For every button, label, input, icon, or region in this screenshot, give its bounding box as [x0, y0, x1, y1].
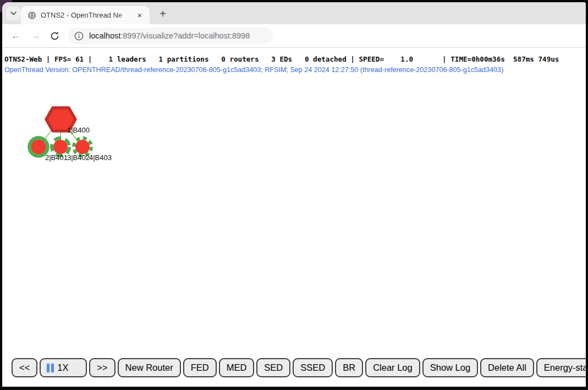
network-canvas[interactable]: 1|B400 2|B401 3|B402 4|B403 [2, 48, 222, 213]
button-label: Show Log [430, 362, 470, 373]
speed-increase-button[interactable]: >> [89, 358, 115, 377]
pause-speed-button[interactable]: 1X [40, 358, 87, 377]
site-info-icon[interactable] [73, 30, 85, 42]
chevron-down-icon [10, 12, 17, 15]
button-label: SSED [300, 362, 325, 373]
tab-search-dropdown-button[interactable] [6, 7, 21, 20]
button-label: Clear Log [373, 362, 413, 373]
url-field[interactable]: localhost:8997/visualize?addr=localhost:… [68, 28, 273, 44]
button-label: New Router [125, 362, 173, 373]
button-label: MED [227, 362, 247, 373]
browser-window: OTNS2 - OpenThread Ne × + ← → localhost:… [2, 2, 586, 387]
new-router-button[interactable]: New Router [118, 358, 181, 377]
add-fed-button[interactable]: FED [183, 358, 217, 377]
add-med-button[interactable]: MED [219, 358, 255, 377]
speed-decrease-button[interactable]: << [12, 358, 37, 377]
url-host: localhost [89, 31, 120, 40]
address-bar: ← → localhost:8997/visualize?addr=localh… [2, 24, 586, 48]
button-label: BR [343, 362, 355, 373]
button-label: >> [97, 362, 107, 373]
tab-title: OTNS2 - OpenThread Ne [41, 11, 134, 19]
button-label: SED [264, 362, 283, 373]
clear-log-button[interactable]: Clear Log [365, 358, 420, 377]
add-sed-button[interactable]: SED [256, 358, 290, 377]
reload-button[interactable] [46, 28, 63, 44]
add-br-button[interactable]: BR [335, 358, 363, 377]
button-label: << [19, 362, 30, 373]
add-ssed-button[interactable]: SSED [293, 358, 333, 377]
simulation-toolbar: << 1X >> New Router FED MED SED SSED BR … [12, 358, 586, 377]
node-label-fed: 2|B401 [45, 153, 68, 162]
button-label: Delete All [488, 362, 526, 373]
button-label: FED [191, 362, 209, 373]
browser-tab[interactable]: OTNS2 - OpenThread Ne × [21, 6, 150, 24]
node-label-sed: 4|B403 [89, 153, 112, 162]
show-log-button[interactable]: Show Log [422, 358, 478, 377]
forward-button[interactable]: → [28, 28, 44, 44]
url-path: :8997/visualize?addr=localhost:8998 [120, 31, 250, 40]
tab-strip: OTNS2 - OpenThread Ne × + [2, 2, 586, 24]
new-tab-button[interactable]: + [155, 7, 171, 21]
energy-stats-button[interactable]: Energy-stats ↗ [536, 358, 586, 377]
button-label: 1X [57, 362, 68, 373]
otns-page-content: OTNS2-Web | FPS= 61 | 1 leaders 1 partit… [2, 48, 586, 387]
back-button[interactable]: ← [8, 28, 24, 44]
reload-icon [50, 31, 59, 41]
button-label: Energy-stats ↗ [544, 362, 586, 373]
globe-favicon-icon [28, 11, 36, 20]
delete-all-button[interactable]: Delete All [480, 358, 534, 377]
info-circle-icon [74, 31, 84, 41]
tab-close-button[interactable]: × [134, 10, 145, 21]
url-text: localhost:8997/visualize?addr=localhost:… [89, 31, 250, 40]
node-label-med: 3|B402 [67, 153, 90, 162]
pause-icon [47, 364, 54, 372]
node-label-leader: 1|B400 [67, 126, 90, 134]
